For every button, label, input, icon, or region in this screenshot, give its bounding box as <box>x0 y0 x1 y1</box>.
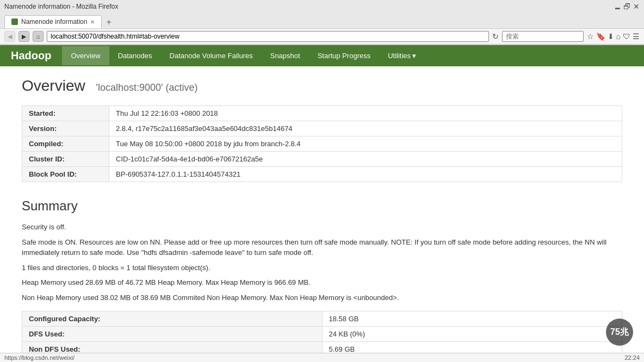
security-text: Security is off. <box>22 222 622 233</box>
table-row: Cluster ID: CID-1c01c7af-5d4a-4e1d-bd06-… <box>22 152 622 167</box>
home-button[interactable]: ⌂ <box>33 31 44 42</box>
page-title-sub: 'localhost:9000' (active) <box>96 82 197 93</box>
maximize-icon[interactable]: 🗗 <box>623 2 631 11</box>
nav-link-datanodes[interactable]: Datanodes <box>109 46 161 65</box>
hadoop-brand: Hadoop <box>0 45 62 66</box>
table-row: Configured Capacity: 18.58 GB <box>22 311 622 327</box>
nav-link-startup-progress[interactable]: Startup Progress <box>309 46 380 65</box>
safe-mode-text: Safe mode is ON. Resources are low on NN… <box>22 237 622 258</box>
info-table: Started: Thu Jul 12 22:16:03 +0800 2018 … <box>22 105 622 182</box>
files-text: 1 files and directories, 0 blocks = 1 to… <box>22 263 622 273</box>
table-row: Version: 2.8.4, r17e75c2a11685af3e043aa5… <box>22 121 622 136</box>
floating-badge-text: 75兆 <box>610 327 629 338</box>
summary-value-dfs-used: 24 KB (0%) <box>322 327 622 342</box>
shield-icon[interactable]: 🛡 <box>623 32 630 41</box>
address-bar: ◀ ▶ ⌂ ↻ ☆ 🔖 ⬇ ⌂ 🛡 ☰ <box>0 28 644 45</box>
info-value-version: 2.8.4, r17e75c2a11685af3e043aa5e604dc831… <box>109 121 622 136</box>
home2-icon[interactable]: ⌂ <box>616 32 621 41</box>
non-heap-text: Non Heap Memory used 38.02 MB of 38.69 M… <box>22 292 622 303</box>
browser-toolbar: ☆ 🔖 ⬇ ⌂ 🛡 ☰ <box>587 32 640 41</box>
table-row: Started: Thu Jul 12 22:16:03 +0800 2018 <box>22 106 622 121</box>
info-label-started: Started: <box>22 106 109 121</box>
summary-value-capacity: 18.58 GB <box>322 311 622 327</box>
main-content: Overview 'localhost:9000' (active) Start… <box>0 66 644 362</box>
summary-label-capacity: Configured Capacity: <box>22 311 323 327</box>
nav-link-snapshot[interactable]: Snapshot <box>262 46 309 65</box>
floating-badge: 75兆 <box>606 319 633 346</box>
info-label-clusterid: Cluster ID: <box>22 152 109 167</box>
browser-chrome: Namenode information - Mozilla Firefox 🗕… <box>0 0 644 45</box>
url-input[interactable] <box>47 31 489 42</box>
search-input[interactable] <box>502 31 584 42</box>
status-url: https://blog.csdn.net/weixi/ <box>4 354 75 361</box>
summary-label-dfs-used: DFS Used: <box>22 327 323 342</box>
info-value-clusterid: CID-1c01c7af-5d4a-4e1d-bd06-e70672162a5e <box>109 152 622 167</box>
bookmark-list-icon[interactable]: 🔖 <box>596 32 605 41</box>
table-row: Compiled: Tue May 08 10:50:00 +0800 2018… <box>22 136 622 152</box>
nav-link-overview[interactable]: Overview <box>62 46 109 65</box>
table-row: Block Pool ID: BP-6905374-127.0.1.1-1531… <box>22 167 622 182</box>
info-label-compiled: Compiled: <box>22 136 109 152</box>
info-value-started: Thu Jul 12 22:16:03 +0800 2018 <box>109 106 622 121</box>
table-row: DFS Used: 24 KB (0%) <box>22 327 622 342</box>
minimize-icon[interactable]: 🗕 <box>614 2 621 11</box>
download-icon[interactable]: ⬇ <box>608 32 614 41</box>
back-button[interactable]: ◀ <box>4 31 15 42</box>
nav-link-datanode-volume-failures[interactable]: Datanode Volume Failures <box>161 46 262 65</box>
heap-text: Heap Memory used 28.69 MB of 46.72 MB He… <box>22 277 622 288</box>
page-title: Overview 'localhost:9000' (active) <box>22 77 622 95</box>
summary-title: Summary <box>22 198 622 214</box>
close-window-icon[interactable]: ✕ <box>633 2 640 11</box>
active-tab[interactable]: Namenode information ✕ <box>4 15 102 28</box>
nav-link-utilities[interactable]: Utilities ▾ <box>379 46 425 65</box>
hadoop-nav: Hadoop Overview Datanodes Datanode Volum… <box>0 45 644 66</box>
status-time: 22:24 <box>624 354 640 361</box>
forward-button[interactable]: ▶ <box>18 31 29 42</box>
dropdown-arrow-icon: ▾ <box>412 52 416 60</box>
new-tab-button[interactable]: + <box>103 16 114 28</box>
menu-icon[interactable]: ☰ <box>633 32 640 41</box>
info-value-compiled: Tue May 08 10:50:00 +0800 2018 by jdu fr… <box>109 136 622 152</box>
bookmark-star-icon[interactable]: ☆ <box>587 32 594 41</box>
tab-favicon <box>11 18 18 25</box>
tab-label: Namenode information <box>21 18 87 26</box>
window-controls: 🗕 🗗 ✕ <box>614 2 640 11</box>
tab-close-icon[interactable]: ✕ <box>90 19 95 25</box>
tab-bar: Namenode information ✕ + <box>0 13 644 28</box>
info-label-version: Version: <box>22 121 109 136</box>
refresh-button[interactable]: ↻ <box>492 32 499 41</box>
info-label-blockpoolid: Block Pool ID: <box>22 167 109 182</box>
window-title: Namenode information - Mozilla Firefox <box>4 3 118 10</box>
nav-links: Overview Datanodes Datanode Volume Failu… <box>62 46 425 65</box>
title-bar: Namenode information - Mozilla Firefox 🗕… <box>0 0 644 13</box>
status-bar: https://blog.csdn.net/weixi/ 22:24 <box>0 353 644 362</box>
info-value-blockpoolid: BP-6905374-127.0.1.1-1531404574321 <box>109 167 622 182</box>
